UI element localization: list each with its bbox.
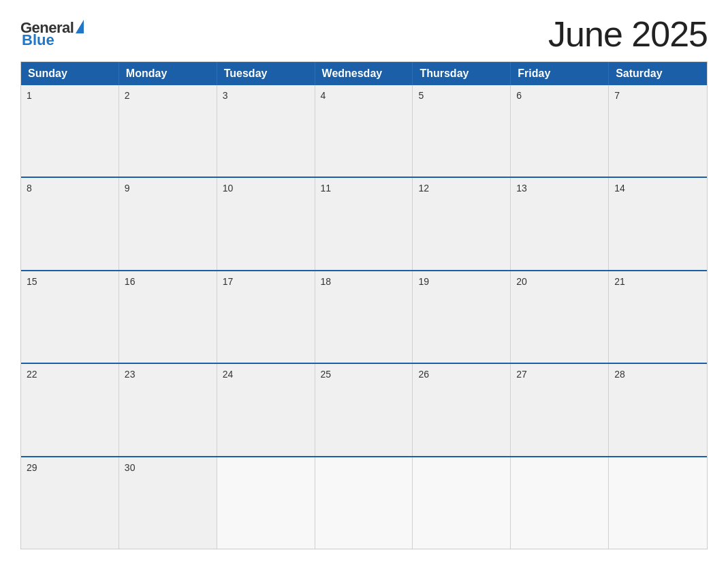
- day-cell-2-5: 20: [511, 271, 609, 363]
- day-number: 28: [614, 369, 625, 380]
- day-cell-4-0: 29: [21, 457, 119, 549]
- day-cell-2-1: 16: [119, 271, 217, 363]
- day-number: 11: [321, 183, 332, 194]
- day-cell-1-1: 9: [119, 178, 217, 269]
- header-sunday: Sunday: [21, 62, 119, 85]
- day-number: 18: [321, 276, 332, 287]
- day-cell-3-0: 22: [21, 364, 119, 455]
- header-saturday: Saturday: [609, 62, 707, 85]
- day-cell-0-4: 5: [413, 85, 511, 177]
- day-cell-4-6: [609, 457, 707, 549]
- day-number: 22: [27, 369, 37, 380]
- day-number: 7: [614, 90, 620, 101]
- day-cell-3-2: 24: [217, 364, 315, 455]
- day-cell-0-3: 4: [315, 85, 413, 177]
- week-row-5: 2930: [21, 456, 707, 549]
- day-cell-3-3: 25: [315, 364, 413, 455]
- day-number: 4: [321, 90, 326, 101]
- day-number: 15: [27, 276, 37, 287]
- day-number: 8: [27, 183, 32, 194]
- month-title: June 2025: [548, 14, 708, 55]
- day-number: 13: [516, 183, 527, 194]
- day-number: 23: [125, 369, 136, 380]
- day-number: 17: [223, 276, 234, 287]
- header: General Blue June 2025: [20, 14, 708, 55]
- day-cell-3-6: 28: [609, 364, 707, 455]
- calendar: Sunday Monday Tuesday Wednesday Thursday…: [20, 61, 708, 549]
- day-number: 24: [223, 369, 234, 380]
- weeks-container: 1234567891011121314151617181920212223242…: [21, 85, 707, 549]
- day-cell-4-3: [315, 457, 413, 549]
- day-cell-2-4: 19: [413, 271, 511, 363]
- day-number: 14: [614, 183, 625, 194]
- day-cell-1-0: 8: [21, 178, 119, 269]
- day-number: 2: [125, 90, 130, 101]
- day-number: 26: [418, 369, 429, 380]
- week-row-1: 1234567: [21, 85, 707, 177]
- day-number: 29: [27, 462, 37, 473]
- day-cell-1-3: 11: [315, 178, 413, 269]
- day-number: 25: [321, 369, 332, 380]
- day-headers: Sunday Monday Tuesday Wednesday Thursday…: [21, 62, 707, 85]
- day-cell-0-5: 6: [511, 85, 609, 177]
- day-number: 21: [614, 276, 625, 287]
- week-row-2: 891011121314: [21, 177, 707, 269]
- day-cell-4-1: 30: [119, 457, 217, 549]
- day-number: 6: [516, 90, 522, 101]
- day-number: 3: [223, 90, 228, 101]
- week-row-3: 15161718192021: [21, 270, 707, 363]
- header-friday: Friday: [511, 62, 609, 85]
- day-cell-0-6: 7: [609, 85, 707, 177]
- day-number: 9: [125, 183, 130, 194]
- day-cell-3-4: 26: [413, 364, 511, 455]
- day-cell-3-5: 27: [511, 364, 609, 455]
- day-number: 20: [516, 276, 527, 287]
- day-cell-0-0: 1: [21, 85, 119, 177]
- page: General Blue June 2025 Sunday Monday Tue…: [0, 0, 728, 563]
- logo: General Blue: [20, 19, 84, 49]
- day-cell-1-4: 12: [413, 178, 511, 269]
- header-monday: Monday: [119, 62, 217, 85]
- day-cell-2-6: 21: [609, 271, 707, 363]
- day-number: 1: [27, 90, 32, 101]
- day-cell-1-6: 14: [609, 178, 707, 269]
- day-number: 19: [418, 276, 429, 287]
- day-cell-3-1: 23: [119, 364, 217, 455]
- header-wednesday: Wednesday: [315, 62, 413, 85]
- logo-triangle-icon: [76, 20, 84, 33]
- header-thursday: Thursday: [413, 62, 511, 85]
- day-cell-2-2: 17: [217, 271, 315, 363]
- day-cell-0-1: 2: [119, 85, 217, 177]
- day-number: 27: [516, 369, 527, 380]
- day-cell-2-0: 15: [21, 271, 119, 363]
- day-cell-4-5: [511, 457, 609, 549]
- day-number: 10: [223, 183, 234, 194]
- day-cell-0-2: 3: [217, 85, 315, 177]
- day-cell-1-5: 13: [511, 178, 609, 269]
- day-number: 5: [418, 90, 424, 101]
- day-cell-2-3: 18: [315, 271, 413, 363]
- day-number: 16: [125, 276, 136, 287]
- day-cell-4-4: [413, 457, 511, 549]
- day-number: 12: [418, 183, 429, 194]
- week-row-4: 22232425262728: [21, 363, 707, 455]
- day-cell-4-2: [217, 457, 315, 549]
- header-tuesday: Tuesday: [217, 62, 315, 85]
- logo-blue-text: Blue: [22, 31, 54, 49]
- day-cell-1-2: 10: [217, 178, 315, 269]
- day-number: 30: [125, 462, 136, 473]
